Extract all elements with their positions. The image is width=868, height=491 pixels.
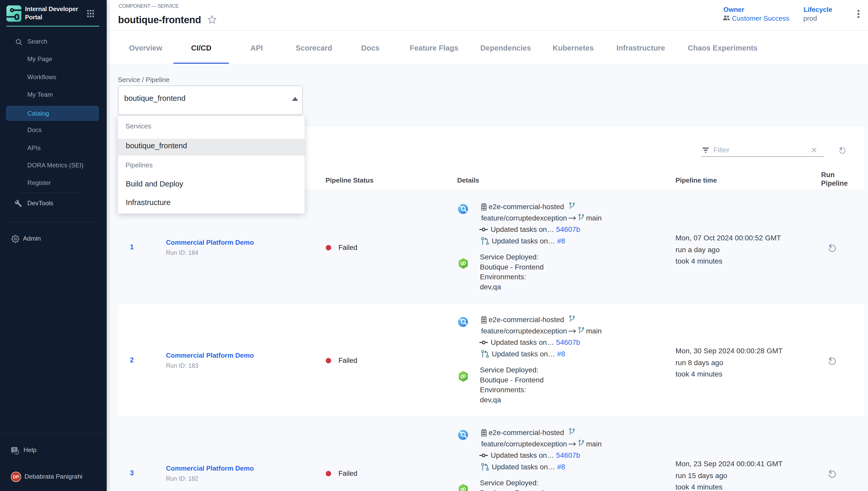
svg-text:?: ? [13,447,16,452]
